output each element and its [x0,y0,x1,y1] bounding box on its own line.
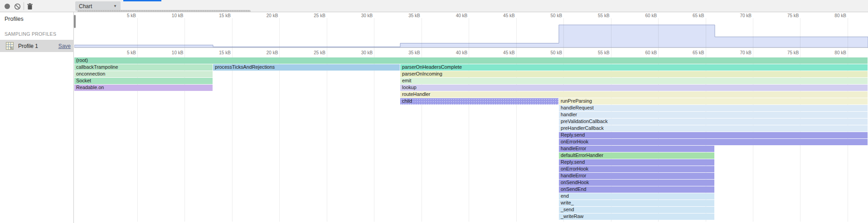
flame-frame[interactable]: handler [559,112,868,118]
save-profile-link[interactable]: Save [58,43,71,49]
heap-profiler-panel: Chart ▼ Profiles SAMPLING PROFILES % Pro… [0,0,868,223]
overview-gridline [374,18,374,47]
overview-gridline [279,18,280,47]
profile-name: Profile 1 [18,43,58,49]
ruler-tick-label: 50 kB [536,50,562,56]
ruler-tick-label: 65 kB [679,50,704,56]
view-mode-value: Chart [79,3,92,9]
flame-frame[interactable]: defaultErrorHandler [559,152,714,159]
flame-chart-area[interactable]: 5 kB10 kB15 kB20 kB25 kB30 kB35 kB40 kB4… [74,12,868,223]
flame-frame[interactable]: preHandlerCallback [559,125,868,132]
flame-frame[interactable]: Socket [74,78,213,84]
trash-icon [27,3,33,10]
ruler-tick-label: 35 kB [394,50,420,56]
ruler-tick-label: 40 kB [441,50,467,56]
toolbar-separator [24,2,24,10]
flame-frame[interactable]: handleError [559,173,714,179]
sampling-profiles-header: SAMPLING PROFILES [5,31,56,37]
heap-profile-icon: % [6,42,14,50]
flame-gridline [327,48,327,222]
flame-frame[interactable]: runPreParsing [559,98,868,104]
record-circle-icon [4,3,10,9]
flame-frame[interactable]: parserOnHeadersComplete [400,64,868,71]
ruler-tick-label: 20 kB [252,50,278,56]
flame-frame[interactable]: _send [559,207,714,213]
overview-gridline [469,18,469,47]
active-tab-accent [123,0,161,1]
flame-frame[interactable]: Reply.send [559,132,868,138]
flame-frame[interactable]: (root) [74,57,868,64]
flame-frame[interactable]: callbackTrampoline [74,64,213,71]
overview-gridline [422,18,422,47]
flame-gridline [374,48,374,222]
ruler-tick-label: 15 kB [205,50,231,56]
sidebar-title: Profiles [5,16,24,22]
toolbar: Chart ▼ [0,0,868,12]
overview-gridline [137,18,138,47]
ruler-tick-label: 80 kB [820,50,846,56]
ruler-tick-label: 70 kB [726,50,752,56]
ruler-tick-label: 5 kB [110,50,136,56]
flame-frame[interactable]: handleError [559,146,714,152]
clear-profiles-button[interactable] [13,2,22,11]
ruler-tick-label: 60 kB [631,50,657,56]
ruler-tick-label: 45 kB [489,50,515,56]
overview-gridline [658,18,659,47]
overview-gridline [184,18,185,47]
overview-gridline [516,18,517,47]
ruler-tick-label: 75 kB [773,50,799,56]
flame-frame[interactable]: routeHandler [400,91,868,98]
flame-frame[interactable]: onErrorHook [559,139,868,145]
overview-left-handle[interactable] [74,15,76,28]
flame-gridline [279,48,280,222]
flame-frame[interactable]: Reply.send [559,159,714,166]
flame-frame[interactable]: onSendHook [559,180,714,186]
delete-profile-button[interactable] [25,2,34,11]
flame-frame[interactable]: preValidationCallback [559,119,868,125]
flame-frame[interactable]: handleRequest [559,105,868,111]
profiles-sidebar: Profiles SAMPLING PROFILES % Profile 1 S… [0,12,74,223]
flame-frame[interactable]: parserOnIncoming [400,71,868,77]
overview-area-path [74,25,868,47]
pane-separator [74,47,868,48]
flame-frame[interactable]: lookup [400,85,868,91]
flame-frame[interactable]: onErrorHook [559,166,714,172]
block-icon [14,3,21,10]
overview-gridline [611,18,611,47]
flame-gridline [232,48,233,222]
flame-frame[interactable]: Readable.on [74,85,213,91]
overview-gridline [848,18,848,47]
overview-gridline [232,18,233,47]
overview-gridline [327,18,327,47]
flame-frame[interactable]: child [400,98,558,104]
flame-frame[interactable]: emit [400,78,868,84]
overview-silhouette[interactable] [74,12,868,48]
overview-gridline [563,18,564,47]
flame-frame[interactable]: end [559,193,714,199]
flame-frame[interactable]: onconnection [74,71,213,77]
record-button[interactable] [3,2,12,11]
chevron-down-icon: ▼ [113,4,117,8]
ruler-tick-label: 25 kB [300,50,325,56]
ruler-tick-label: 55 kB [584,50,610,56]
sidebar-item-profile-1[interactable]: % Profile 1 Save [0,40,74,52]
flame-frame[interactable]: write_ [559,200,714,206]
flame-frame[interactable]: _writeRaw [559,214,714,220]
flame-frame[interactable]: onSendEnd [559,186,714,193]
overview-gridline [706,18,706,47]
ruler-tick-label: 10 kB [157,50,183,56]
overview-gridline [800,18,800,47]
view-mode-select[interactable]: Chart ▼ [75,1,121,11]
overview-gridline [753,18,753,47]
flame-frame[interactable]: processTicksAndRejections [213,64,400,71]
ruler-tick-label: 30 kB [347,50,373,56]
svg-text:%: % [10,47,13,50]
